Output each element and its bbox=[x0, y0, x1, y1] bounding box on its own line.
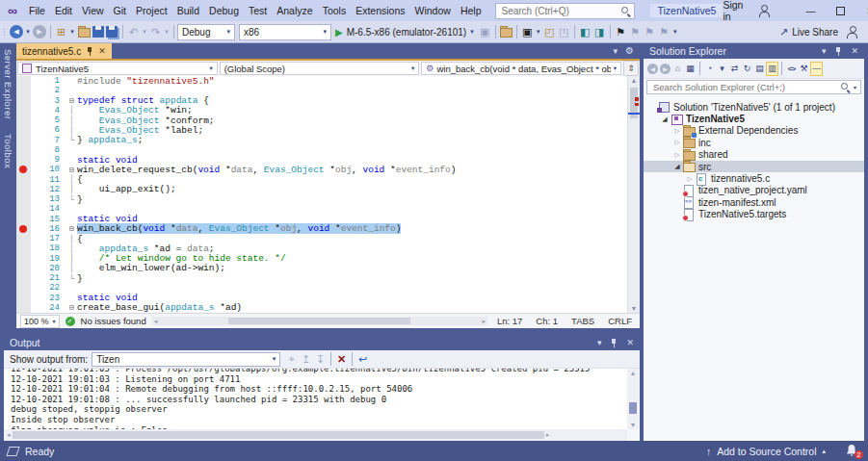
home-icon[interactable]: ⌂ bbox=[671, 62, 684, 76]
output-panel-header[interactable]: Output ▾ ✕ bbox=[4, 335, 640, 350]
scroll-up-icon[interactable]: ▲ bbox=[628, 77, 640, 84]
properties-icon[interactable]: ⚒ bbox=[798, 62, 810, 76]
expander-icon[interactable]: ◢ bbox=[672, 163, 682, 170]
tree-item-tizennative5-c[interactable]: ▷ctizennative5.c bbox=[644, 172, 864, 184]
breakpoint-margin[interactable] bbox=[16, 294, 31, 303]
tree-item-tizennative5-targets[interactable]: TizenNative5.targets bbox=[644, 209, 864, 220]
scroll-right-icon[interactable]: ▸ bbox=[546, 431, 550, 439]
new-project-icon[interactable]: ⊞ bbox=[54, 24, 68, 40]
toolbar-overflow-caret[interactable]: ▾ bbox=[535, 24, 542, 40]
tree-item-tizen-native-project-yaml[interactable]: tizen_native_project.yaml bbox=[644, 185, 864, 196]
breakpoint-margin[interactable] bbox=[16, 165, 31, 174]
window-position-caret-icon[interactable]: ▾ bbox=[597, 338, 602, 347]
view-code-icon[interactable]: <> bbox=[785, 62, 798, 76]
auto-hide-pin-icon[interactable] bbox=[834, 46, 842, 57]
preview-selected-items-icon[interactable]: ▥ bbox=[766, 62, 778, 76]
output-source-dropdown[interactable]: Tizen ▾ bbox=[92, 352, 280, 367]
fold-marker-icon[interactable]: ⊟ bbox=[66, 303, 77, 312]
breakpoint-margin[interactable] bbox=[16, 96, 31, 106]
output-horizontal-scrollbar[interactable]: ◂ ▸ bbox=[5, 429, 627, 441]
output-vertical-scrollbar[interactable]: ▲ ▼ bbox=[627, 369, 639, 429]
menu-git[interactable]: Git bbox=[109, 5, 131, 16]
breakpoint-margin[interactable] bbox=[16, 145, 31, 155]
scroll-left-icon[interactable]: ◂ bbox=[7, 431, 11, 439]
switch-views-icon[interactable]: ▦ bbox=[684, 62, 697, 76]
close-panel-icon[interactable]: ✕ bbox=[851, 46, 858, 56]
breakpoint-margin[interactable] bbox=[16, 155, 31, 165]
editor-vertical-scrollbar[interactable]: ▲ ▼ bbox=[627, 76, 640, 313]
scrollbar-thumb[interactable] bbox=[13, 431, 544, 439]
solution-explorer-header[interactable]: Solution Explorer ▾ ✕ bbox=[644, 43, 864, 59]
new-project-caret[interactable]: ▾ bbox=[68, 24, 76, 40]
scrollbar-thumb[interactable] bbox=[629, 402, 637, 414]
health-status-label[interactable]: No issues found bbox=[81, 316, 146, 326]
find-in-files-icon[interactable] bbox=[499, 24, 513, 40]
navigate-backward-caret[interactable]: ▾ bbox=[24, 24, 32, 40]
breakpoint-margin[interactable] bbox=[16, 215, 31, 224]
breakpoint-margin[interactable] bbox=[16, 303, 31, 313]
breakpoint-margin[interactable] bbox=[16, 86, 31, 95]
fold-marker-icon[interactable]: ⊟ bbox=[66, 224, 77, 233]
close-button[interactable]: ✕ bbox=[858, 1, 868, 20]
scroll-up-icon[interactable]: ▲ bbox=[627, 370, 639, 376]
member-dropdown[interactable]: ⚙ win_back_cb(void * data, Evas_Object *… bbox=[421, 62, 621, 75]
solution-explorer-search-box[interactable]: ▾ bbox=[646, 80, 861, 94]
document-tab-tizennative5-c[interactable]: tizennative5.c ✕ bbox=[16, 43, 112, 59]
tree-item-solution-tizennative5-1-of-1-project[interactable]: Solution 'TizenNative5' (1 of 1 project) bbox=[644, 101, 864, 113]
scope-dropdown[interactable]: (Global Scope) ▾ bbox=[220, 62, 420, 75]
scrollbar-thumb[interactable] bbox=[228, 318, 410, 324]
document-list-caret-icon[interactable]: ▾ bbox=[614, 46, 618, 56]
solution-configuration-dropdown[interactable]: Debug▾ bbox=[177, 24, 235, 40]
expander-icon[interactable]: ▷ bbox=[672, 151, 682, 159]
nest-files-icon[interactable]: ▤ bbox=[753, 62, 766, 76]
toolbar-grip[interactable]: ⋮ bbox=[0, 24, 9, 40]
breakpoint-margin[interactable] bbox=[16, 194, 31, 204]
auto-hide-pin-icon[interactable] bbox=[610, 338, 618, 348]
breakpoint-margin[interactable] bbox=[16, 234, 31, 243]
pending-changes-filter-icon[interactable]: ◔ bbox=[703, 62, 716, 76]
editor-horizontal-scrollbar[interactable]: ◂ ▸ bbox=[152, 317, 487, 325]
breakpoint-margin[interactable] bbox=[16, 273, 31, 283]
tree-item-inc[interactable]: ▷inc bbox=[644, 137, 864, 148]
expander-icon[interactable]: ▷ bbox=[672, 127, 682, 135]
pin-tab-icon[interactable] bbox=[86, 46, 93, 57]
expander-icon[interactable]: ▷ bbox=[672, 139, 682, 146]
maximize-button[interactable] bbox=[829, 1, 852, 20]
filter-caret[interactable]: ▾ bbox=[716, 62, 728, 76]
tree-item-tizen-manifest-xml[interactable]: <>tizen-manifest.xml bbox=[644, 196, 864, 208]
track-active-item-icon[interactable]: — bbox=[810, 62, 823, 76]
tab-toolbox[interactable]: Toolbox bbox=[3, 134, 13, 168]
scroll-down-icon[interactable]: ▼ bbox=[628, 305, 640, 312]
device-manager-icon[interactable]: ◧ bbox=[578, 24, 592, 40]
save-icon[interactable] bbox=[91, 24, 105, 40]
code-editor-surface[interactable]: 1#include "tizennative5.h"23⊟typedef str… bbox=[16, 76, 640, 313]
scroll-left-icon[interactable]: ◂ bbox=[154, 318, 158, 325]
breakpoint-margin[interactable] bbox=[16, 243, 31, 253]
bookmark-icon[interactable]: ⚑ bbox=[614, 24, 628, 40]
close-panel-icon[interactable]: ✕ bbox=[626, 338, 634, 347]
editor-options-gear-icon[interactable]: ⚙ bbox=[625, 45, 634, 56]
breakpoint-margin[interactable] bbox=[16, 76, 31, 86]
menu-test[interactable]: Test bbox=[244, 5, 272, 16]
breakpoint-margin[interactable] bbox=[16, 264, 31, 273]
fold-marker-icon[interactable]: ⊟ bbox=[66, 96, 77, 105]
open-folder-icon[interactable] bbox=[76, 24, 91, 40]
emulator-manager-icon[interactable]: ▣ bbox=[520, 24, 535, 40]
fold-marker-icon[interactable]: ⊟ bbox=[66, 166, 77, 174]
live-share-button[interactable]: ↗ Live Share bbox=[779, 26, 838, 38]
menu-edit[interactable]: Edit bbox=[50, 5, 77, 16]
solution-search-input[interactable] bbox=[651, 81, 840, 93]
menu-analyze[interactable]: Analyze bbox=[272, 5, 317, 16]
expander-icon[interactable]: ◢ bbox=[660, 115, 670, 123]
menu-extensions[interactable]: Extensions bbox=[351, 5, 409, 16]
refresh-icon[interactable]: ⇄ bbox=[728, 62, 741, 76]
breakpoint-indicator[interactable] bbox=[19, 166, 27, 173]
notifications-button[interactable]: 2 bbox=[845, 444, 860, 458]
start-debugging-button[interactable]: ▶ M-6.5-x86 (emulator-26101) ▾ bbox=[335, 27, 474, 38]
breakpoint-margin[interactable] bbox=[16, 185, 31, 194]
bookmark-overflow-caret[interactable]: ▾ bbox=[671, 24, 679, 40]
add-to-source-control-button[interactable]: Add to Source Control bbox=[717, 446, 816, 457]
menu-tools[interactable]: Tools bbox=[318, 5, 352, 16]
expander-icon[interactable]: ▷ bbox=[685, 175, 695, 183]
zoom-level-dropdown[interactable]: 100 % ▾ bbox=[20, 315, 60, 328]
